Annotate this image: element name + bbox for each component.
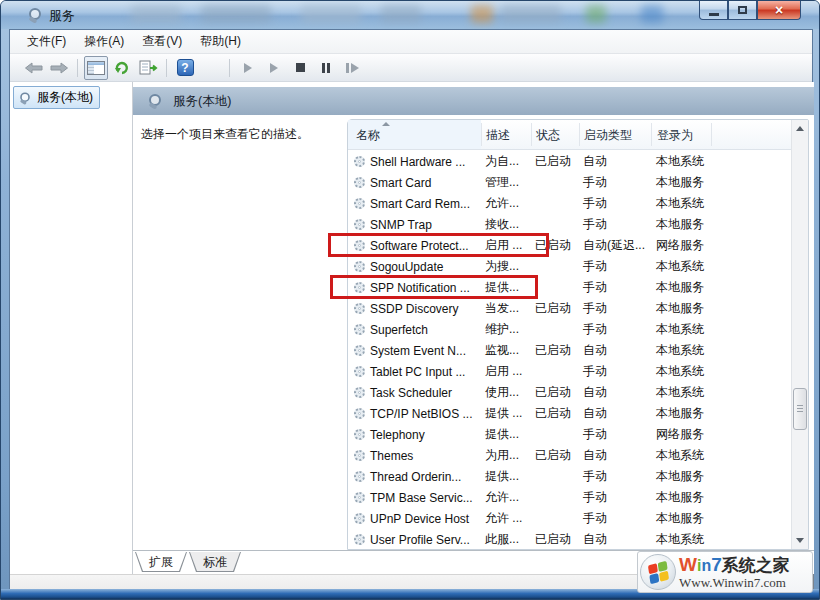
watermark-brand-suffix: 系统之家 [722,556,790,575]
menu-view[interactable]: 查看(V) [133,30,191,53]
column-separator[interactable] [579,123,580,146]
table-row[interactable]: Smart Card Rem... 允许... 手动 本地系统 [348,193,792,214]
table-row[interactable]: Superfetch 维护... 手动 本地系统 [348,319,792,340]
table-row[interactable]: Shell Hardware ... 为自... 已启动 自动 本地系统 [348,151,792,172]
show-action-pane-button[interactable] [199,56,223,80]
services-window: 服务 × 文件(F) 操作(A) 查看(V) 帮助(H) [0,0,820,600]
table-row[interactable]: User Profile Serv... 此服... 已启动 自动 本地系统 [348,529,792,550]
tab-standard[interactable]: 标准 [189,552,241,572]
service-gear-icon [354,366,365,377]
service-rows: Shell Hardware ... 为自... 已启动 自动 本地系统 Sma… [348,151,792,550]
watermark-url: Www.Winwin7.com [679,576,790,589]
column-header-startup[interactable]: 启动类型 [584,127,632,144]
column-header-desc[interactable]: 描述 [486,127,510,144]
service-gear-icon [354,492,365,503]
table-row[interactable]: Task Scheduler 使用... 已启动 自动 本地系统 [348,382,792,403]
column-header-name[interactable]: 名称 [356,127,380,144]
service-gear-icon [354,408,365,419]
table-row[interactable]: Smart Card 管理... 手动 本地服务 [348,172,792,193]
menu-help[interactable]: 帮助(H) [191,30,250,53]
column-separator[interactable] [711,123,712,146]
services-icon [19,91,32,104]
arrow-up-icon [796,126,804,131]
table-row[interactable]: TCP/IP NetBIOS ... 提供 ... 已启动 自动 本地服务 [348,403,792,424]
column-separator[interactable] [531,123,532,146]
table-row[interactable]: System Event N... 监视... 已启动 自动 本地系统 [348,340,792,361]
service-startup-type: 手动 [583,426,656,443]
service-description: 接收... [485,216,535,233]
column-separator[interactable] [651,123,652,146]
service-gear-icon [354,156,365,167]
menu-action[interactable]: 操作(A) [75,30,133,53]
table-row[interactable]: Themes 为用... 已启动 自动 本地系统 [348,445,792,466]
service-name: User Profile Serv... [370,533,470,547]
service-logon-as: 本地服务 [656,468,792,485]
table-row[interactable]: UPnP Device Host 允许 ... 手动 本地服务 [348,508,792,529]
service-name: SogouUpdate [370,260,443,274]
refresh-button[interactable] [110,56,134,80]
minimize-button[interactable] [699,1,728,20]
service-name: Telephony [370,428,425,442]
service-name: Task Scheduler [370,386,452,400]
column-header-logon[interactable]: 登录为 [657,127,693,144]
export-list-button[interactable] [136,56,160,80]
menu-file[interactable]: 文件(F) [18,30,75,53]
column-separator[interactable] [481,123,482,146]
service-gear-icon [354,429,365,440]
service-gear-icon [354,219,365,230]
service-description: 允许... [485,489,535,506]
service-startup-type: 自动 [583,447,656,464]
tab-extended[interactable]: 扩展 [135,552,187,572]
toolbar: ? [10,54,812,82]
forward-button[interactable] [47,56,71,80]
services-app-icon [27,7,43,23]
table-row[interactable]: Tablet PC Input ... 启用 ... 手动 本地系统 [348,361,792,382]
table-row[interactable]: Software Protect... 启用 ... 已启动 自动(延迟... … [348,235,792,256]
service-startup-type: 自动(延迟... [583,237,656,254]
table-row[interactable]: SPP Notification ... 提供... 手动 本地服务 [348,277,792,298]
resume-service-button[interactable] [262,56,286,80]
tree-item-services-local[interactable]: 服务(本地) [13,86,100,109]
service-description: 为用... [485,447,535,464]
start-service-button[interactable] [236,56,260,80]
help-button[interactable]: ? [173,56,197,80]
service-name: Shell Hardware ... [370,155,465,169]
titlebar[interactable]: 服务 × [1,1,820,29]
taskbar-blur-decoration [501,5,561,23]
service-name: Tablet PC Input ... [370,365,465,379]
table-row[interactable]: Telephony 提供... 手动 网络服务 [348,424,792,445]
console-tree: 服务(本地) [10,82,133,574]
tab-extended-label: 扩展 [135,552,187,572]
service-startup-type: 手动 [583,300,656,317]
table-row[interactable]: SNMP Trap 接收... 手动 本地服务 [348,214,792,235]
service-gear-icon [354,177,365,188]
scrollbar-thumb[interactable] [793,388,807,430]
table-row[interactable]: TPM Base Servic... 允许... 手动 本地服务 [348,487,792,508]
table-row[interactable]: SogouUpdate 为搜... 手动 本地系统 [348,256,792,277]
vertical-scrollbar[interactable] [791,120,808,549]
service-status: 已启动 [535,300,583,317]
service-logon-as: 本地系统 [656,195,792,212]
scroll-down-button[interactable] [792,532,808,549]
service-name: Smart Card [370,176,431,190]
pane-title: 服务(本地) [173,93,231,110]
column-header-status[interactable]: 状态 [536,127,560,144]
taskbar-blur-decoration [586,5,606,23]
table-row[interactable]: Thread Orderin... 提供... 手动 本地服务 [348,466,792,487]
service-name: SNMP Trap [370,218,432,232]
scroll-up-button[interactable] [792,120,808,137]
restart-service-button[interactable] [340,56,364,80]
service-logon-as: 网络服务 [656,426,792,443]
maximize-button[interactable] [728,1,757,20]
stop-service-button[interactable] [288,56,312,80]
pause-service-button[interactable] [314,56,338,80]
service-description: 当发... [485,300,535,317]
show-console-tree-button[interactable] [84,56,108,80]
service-logon-as: 本地系统 [656,384,792,401]
details-pane: 服务(本地) 选择一个项目来查看它的描述。 名称 描述 状态 启动类型 登录为 [133,82,814,574]
close-button[interactable]: × [757,1,801,20]
table-row[interactable]: SSDP Discovery 当发... 已启动 手动 本地服务 [348,298,792,319]
service-description: 维护... [485,321,535,338]
back-button[interactable] [21,56,45,80]
description-hint: 选择一个项目来查看它的描述。 [141,126,309,143]
